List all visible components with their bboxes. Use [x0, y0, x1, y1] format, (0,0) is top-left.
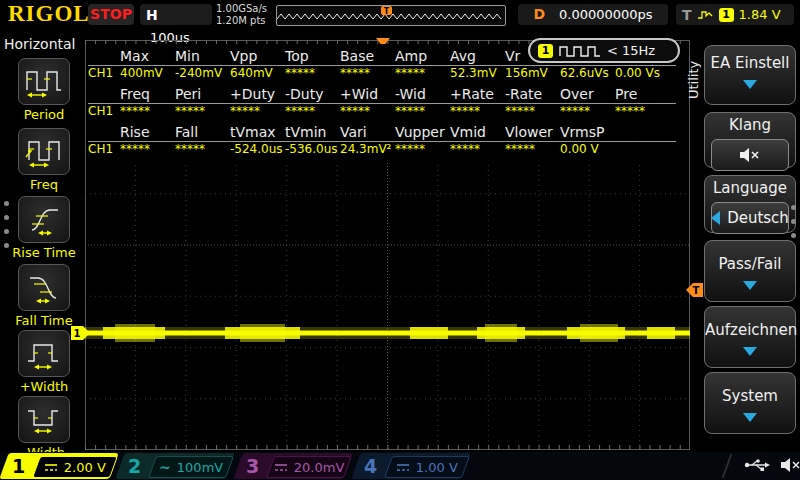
menu-item-pass-fail[interactable]: Pass/Fail: [704, 240, 796, 302]
freq-icon: [24, 135, 64, 169]
trigger-source-badge: 1: [719, 8, 734, 22]
menu-item-fall-time[interactable]: Fall Time: [0, 264, 88, 328]
channel-bar: 1 2.00 V 2 ~ 100mV: [0, 452, 800, 480]
channel-2-tab[interactable]: 2 ~ 100mV: [115, 453, 234, 479]
status-bar: RIGOL STOP H 100us 1.00GSa/s 1.20M pts T…: [0, 0, 800, 30]
rise-time-icon: [24, 203, 64, 237]
ch1-waveform: [85, 324, 690, 342]
channel-scale: 1.00 V: [416, 460, 458, 475]
right-menu-page-dots: [791, 196, 799, 247]
menu-item-system[interactable]: System: [704, 372, 796, 434]
speaker-muted-icon: [739, 147, 761, 163]
chevron-down-icon: [743, 413, 757, 422]
menu-item-io-setup[interactable]: EA Einstell: [704, 45, 796, 105]
trigger-slope-icon: [697, 9, 714, 21]
channel-scale: 100mV: [177, 460, 223, 475]
preview-waveform-icon: T: [277, 6, 503, 23]
left-measure-menu: Horizontal Period Freq: [0, 30, 88, 452]
measure-value-row: CH1400mV-240mV640mV***************52.3mV…: [86, 66, 688, 83]
t-label: T: [682, 7, 692, 23]
period-icon: [24, 65, 64, 99]
trigger-freq-popup: 1 < 15Hz: [528, 38, 680, 63]
waveform-preview[interactable]: T: [276, 5, 506, 26]
sample-rate: 1.00GSa/s: [216, 3, 267, 15]
measure-category-title: Horizontal: [4, 36, 75, 52]
measure-value-row: CH1*************************************…: [86, 104, 688, 121]
chevron-down-icon: [743, 80, 757, 89]
bottom-bar-divider: [722, 454, 733, 478]
left-menu-page-dots: [4, 192, 12, 257]
usb-icon: [744, 458, 770, 472]
acquisition-info: 1.00GSa/s 1.20M pts: [216, 3, 267, 27]
svg-text:1: 1: [74, 328, 81, 339]
dc-coupling-icon: [44, 462, 58, 472]
trigger-status[interactable]: T 1 1.84 V: [676, 4, 794, 25]
channel-3-tab[interactable]: 3 20.0mV: [233, 453, 352, 479]
menu-item-sound[interactable]: Klang: [704, 112, 796, 168]
language-value: Deutsch: [727, 209, 789, 227]
channel-scale: 2.00 V: [64, 460, 106, 475]
speaker-muted-icon: [780, 457, 800, 473]
ac-coupling-icon: ~: [159, 462, 171, 472]
channel-1-tab[interactable]: 1 2.00 V: [0, 453, 119, 479]
fall-time-icon: [24, 271, 64, 305]
run-state-badge[interactable]: STOP: [88, 4, 134, 25]
menu-item-neg-width[interactable]: -Width: [0, 396, 88, 460]
channel-scale: 20.0mV: [294, 460, 345, 475]
utility-tab: Utility: [686, 52, 704, 108]
channel-4-tab[interactable]: 4 1.00 V: [351, 453, 470, 479]
popup-source-badge: 1: [538, 44, 553, 58]
minus-width-icon: [24, 403, 64, 437]
pulse-train-icon: [559, 44, 601, 58]
channel-number: 1: [12, 454, 25, 478]
plus-width-icon: [24, 337, 64, 371]
horizontal-timebase[interactable]: H 100us: [140, 4, 212, 25]
menu-item-record[interactable]: Aufzeichnen: [704, 306, 796, 368]
h-label: H: [146, 7, 158, 23]
oscilloscope-screen: RIGOL STOP H 100us 1.00GSa/s 1.20M pts T…: [0, 0, 800, 480]
measure-header-row: FreqPeri+Duty-Duty+Wid-Wid+Rate-RateOver…: [88, 86, 676, 104]
chevron-down-icon: [743, 347, 757, 356]
trigger-level-marker: T: [686, 283, 703, 297]
menu-item-language[interactable]: Language Deutsch: [704, 175, 796, 233]
svg-text:T: T: [384, 7, 390, 16]
menu-item-rise-time[interactable]: Rise Time: [0, 196, 88, 260]
trigger-level-value: 1.84 V: [739, 7, 781, 22]
channel-number: 4: [364, 454, 377, 478]
measure-value-row: CH1**********-524.0us-536.0us24.3mV²****…: [86, 142, 688, 159]
chevron-down-icon: [743, 281, 757, 290]
d-label: D: [533, 6, 545, 22]
menu-item-freq[interactable]: Freq: [0, 128, 88, 192]
rigol-logo: RIGOL: [8, 1, 90, 27]
channel-number: 2: [128, 454, 141, 478]
dc-coupling-icon: [274, 462, 288, 472]
svg-text:T: T: [693, 285, 700, 296]
chevron-left-icon: [711, 211, 720, 225]
trigger-delay[interactable]: D0.00000000ps: [518, 4, 668, 25]
channel-number: 3: [246, 454, 259, 478]
trigger-freq-value: < 15Hz: [607, 43, 655, 58]
memory-depth: 1.20M pts: [216, 15, 267, 27]
delay-value: 0.00000000ps: [559, 7, 653, 22]
dc-coupling-icon: [396, 462, 410, 472]
measure-header-row: RiseFalltVmaxtVminVariVupperVmidVlowerVr…: [88, 124, 676, 142]
menu-item-period[interactable]: Period: [0, 58, 88, 122]
